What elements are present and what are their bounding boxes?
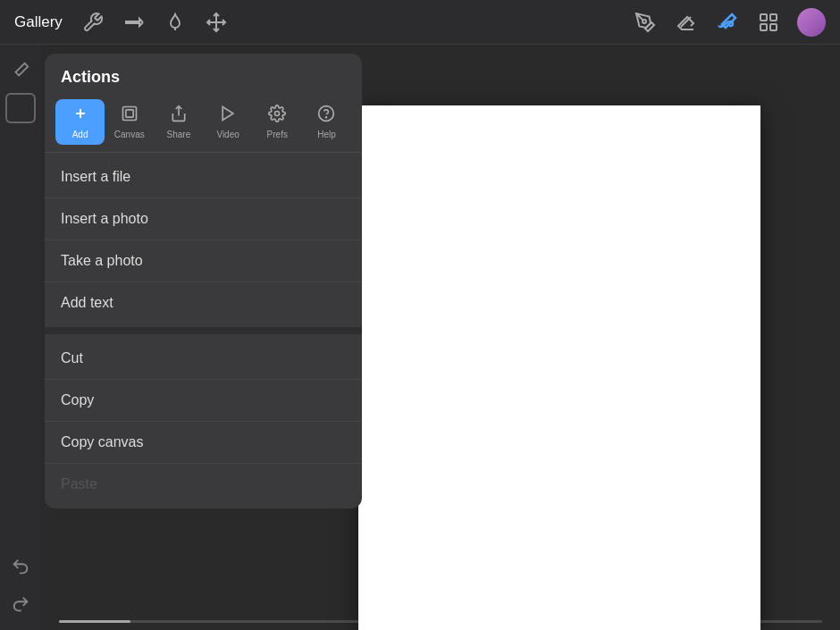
tab-add-label: Add <box>72 130 88 139</box>
actions-tabs: Add Canvas Share <box>45 96 362 153</box>
tab-prefs-label: Prefs <box>267 130 288 139</box>
svg-rect-2 <box>760 14 767 21</box>
svg-point-11 <box>275 112 280 116</box>
sidebar-redo-button[interactable] <box>5 589 36 619</box>
tab-help[interactable]: Help <box>302 99 351 145</box>
add-tab-icon <box>71 105 89 127</box>
tab-canvas[interactable]: Canvas <box>105 99 154 145</box>
svg-rect-8 <box>126 110 133 117</box>
svg-point-1 <box>643 20 646 23</box>
tab-add[interactable]: Add <box>55 99 105 145</box>
layers-icon[interactable] <box>756 10 781 35</box>
share-tab-icon <box>170 105 188 127</box>
svg-rect-3 <box>770 14 777 21</box>
menu-item-insert-photo[interactable]: Insert a photo <box>45 198 362 240</box>
pen-icon[interactable] <box>633 10 658 35</box>
brush-icon[interactable] <box>715 10 740 35</box>
menu-item-add-text[interactable]: Add text <box>45 282 362 323</box>
avatar[interactable] <box>797 8 826 37</box>
video-tab-icon <box>219 105 237 127</box>
wrench-icon[interactable] <box>80 10 105 35</box>
menu-item-cut[interactable]: Cut <box>45 338 362 380</box>
menu-item-insert-file[interactable]: Insert a file <box>45 156 362 198</box>
left-sidebar <box>0 45 41 630</box>
tab-video[interactable]: Video <box>204 99 253 145</box>
sidebar-brush-tool[interactable] <box>5 55 36 86</box>
tab-share[interactable]: Share <box>154 99 203 145</box>
scrollbar-thumb[interactable] <box>59 620 130 623</box>
tab-canvas-label: Canvas <box>114 130 145 139</box>
menu-item-copy-canvas[interactable]: Copy canvas <box>45 422 362 464</box>
svg-rect-7 <box>122 107 136 121</box>
left-tools <box>80 10 229 35</box>
tab-share-label: Share <box>167 130 191 139</box>
gallery-button[interactable]: Gallery <box>14 13 63 31</box>
top-toolbar: Gallery <box>0 0 840 45</box>
tab-video-label: Video <box>216 130 239 139</box>
transform-icon[interactable] <box>204 10 229 35</box>
eraser-icon[interactable] <box>674 10 699 35</box>
sidebar-undo-button[interactable] <box>5 551 36 582</box>
liquify-icon[interactable] <box>163 10 188 35</box>
menu-item-copy[interactable]: Copy <box>45 380 362 422</box>
svg-rect-5 <box>770 24 777 30</box>
right-tools <box>633 8 826 37</box>
sidebar-selection-tool[interactable] <box>5 93 36 123</box>
drawing-canvas[interactable] <box>358 105 760 630</box>
tab-help-label: Help <box>317 130 336 139</box>
menu-item-take-photo[interactable]: Take a photo <box>45 240 362 282</box>
actions-title: Actions <box>45 54 362 96</box>
svg-rect-4 <box>760 24 767 30</box>
menu-separator <box>45 327 362 334</box>
menu-section-clipboard: Cut Copy Copy canvas Paste <box>45 334 362 508</box>
canvas-tab-icon <box>121 105 139 127</box>
prefs-tab-icon <box>268 105 286 127</box>
actions-panel: Actions Add Canvas <box>45 54 362 508</box>
help-tab-icon <box>317 105 335 127</box>
tab-prefs[interactable]: Prefs <box>253 99 302 145</box>
svg-marker-10 <box>223 107 233 121</box>
smudge-icon[interactable] <box>122 10 147 35</box>
scrollbar <box>41 619 840 623</box>
menu-item-paste: Paste <box>45 464 362 505</box>
scrollbar-track[interactable] <box>59 620 822 623</box>
menu-section-insert: Insert a file Insert a photo Take a phot… <box>45 153 362 327</box>
